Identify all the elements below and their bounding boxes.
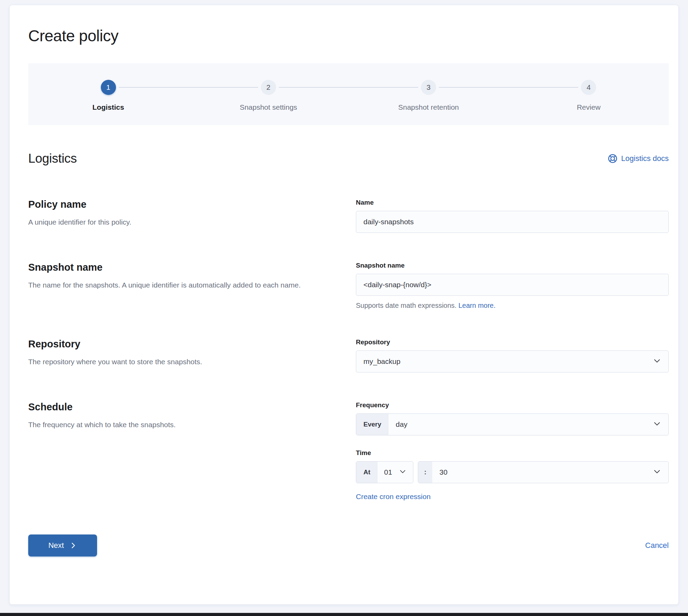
- schedule-heading: Schedule: [28, 401, 330, 413]
- minute-select[interactable]: 30: [432, 462, 668, 483]
- hour-select[interactable]: 01: [378, 462, 413, 483]
- step-number-badge: 1: [101, 80, 116, 95]
- repository-selected-value: my_backup: [363, 357, 400, 366]
- create-cron-expression-link[interactable]: Create cron expression: [356, 493, 431, 501]
- repository-select[interactable]: my_backup: [356, 350, 669, 372]
- schedule-description: The frequency at which to take the snaps…: [28, 420, 330, 430]
- chevron-down-icon: [399, 468, 406, 477]
- repository-heading: Repository: [28, 338, 330, 350]
- minute-control: : 30: [418, 461, 669, 483]
- step-snapshot-retention[interactable]: 3 Snapshot retention: [349, 80, 509, 111]
- next-button[interactable]: Next: [28, 534, 97, 556]
- logistics-docs-label: Logistics docs: [621, 154, 669, 163]
- frequency-prepend-label: Every: [356, 414, 389, 435]
- chevron-down-icon: [653, 357, 661, 367]
- snapshot-name-description: The name for the snapshots. A unique ide…: [28, 280, 330, 290]
- minute-selected-value: 30: [440, 468, 447, 476]
- learn-more-link[interactable]: Learn more.: [458, 302, 496, 309]
- chevron-down-icon: [653, 420, 661, 430]
- step-label: Review: [577, 103, 601, 111]
- cancel-link[interactable]: Cancel: [645, 541, 669, 550]
- bottom-edge-bar: [0, 613, 688, 616]
- snapshot-name-row: Snapshot name The name for the snapshots…: [28, 262, 669, 310]
- next-button-label: Next: [48, 541, 64, 550]
- wizard-stepper: 1 Logistics 2 Snapshot settings 3 Snapsh…: [28, 63, 669, 125]
- frequency-control: Every day: [356, 413, 669, 435]
- step-logistics[interactable]: 1 Logistics: [28, 80, 188, 111]
- schedule-row: Schedule The frequency at which to take …: [28, 401, 669, 501]
- hour-control: At 01: [356, 461, 413, 483]
- step-label: Snapshot retention: [398, 103, 459, 111]
- snapshot-name-input[interactable]: [356, 274, 669, 296]
- step-label: Snapshot settings: [240, 103, 297, 111]
- repository-row: Repository The repository where you want…: [28, 338, 669, 372]
- chevron-right-icon: [70, 542, 77, 549]
- policy-name-heading: Policy name: [28, 199, 330, 210]
- snapshot-name-field-label: Snapshot name: [356, 262, 669, 269]
- policy-name-row: Policy name A unique identifier for this…: [28, 199, 669, 233]
- snapshot-name-heading: Snapshot name: [28, 262, 330, 273]
- frequency-field-label: Frequency: [356, 401, 669, 409]
- policy-name-input[interactable]: [356, 211, 669, 233]
- step-number-badge: 2: [261, 80, 276, 95]
- snapshot-name-help-text: Supports date math expressions.: [356, 302, 456, 309]
- help-docs-icon: [608, 154, 617, 163]
- section-title: Logistics: [28, 151, 77, 166]
- step-snapshot-settings[interactable]: 2 Snapshot settings: [188, 80, 348, 111]
- repository-description: The repository where you want to store t…: [28, 357, 330, 367]
- policy-name-description: A unique identifier for this policy.: [28, 217, 330, 227]
- frequency-select[interactable]: day: [389, 414, 668, 435]
- time-field-label: Time: [356, 449, 669, 457]
- step-label: Logistics: [93, 103, 124, 111]
- create-policy-card: Create policy 1 Logistics 2 Snapshot set…: [9, 5, 679, 605]
- chevron-down-icon: [653, 467, 661, 477]
- time-prepend-label: At: [356, 462, 378, 483]
- frequency-selected-value: day: [396, 420, 407, 429]
- hour-selected-value: 01: [384, 468, 392, 476]
- page-title: Create policy: [28, 26, 669, 45]
- step-number-badge: 4: [581, 80, 596, 95]
- step-number-badge: 3: [421, 80, 436, 95]
- step-review[interactable]: 4 Review: [509, 80, 669, 111]
- repository-field-label: Repository: [356, 338, 669, 346]
- logistics-docs-link[interactable]: Logistics docs: [608, 154, 669, 163]
- time-separator: :: [418, 462, 432, 483]
- name-field-label: Name: [356, 199, 669, 206]
